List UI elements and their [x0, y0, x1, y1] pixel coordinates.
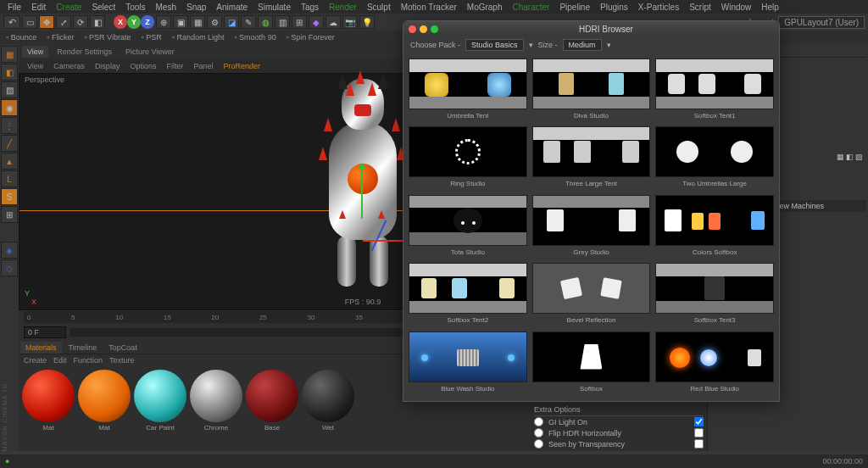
pack-dropdown[interactable]: Studio Basics	[465, 39, 524, 51]
viewopt-filter[interactable]: Filter	[163, 62, 186, 70]
render-region-icon[interactable]: ▦	[190, 15, 205, 29]
menu-mograph[interactable]: MoGraph	[463, 3, 507, 12]
hdri-thumbnail[interactable]	[409, 332, 527, 382]
snap-icon[interactable]: S	[1, 188, 18, 205]
hdri-item-two-umbrellas-large[interactable]: Two Umbrellas Large	[655, 126, 774, 189]
mattab-timeline[interactable]: Timeline	[64, 342, 103, 354]
xp2-icon[interactable]: ◇	[1, 259, 18, 276]
material-preview[interactable]	[302, 370, 354, 422]
hdri-thumbnail[interactable]	[655, 195, 774, 246]
seen-trans-check[interactable]	[694, 439, 704, 448]
preset-bounce[interactable]: ▫ Bounce	[3, 33, 39, 42]
axis-x-toggle[interactable]: X	[114, 15, 127, 29]
viewopt-display[interactable]: Display	[92, 62, 124, 70]
hdri-item-grey-studio[interactable]: Grey Studio	[532, 195, 651, 258]
menu-create[interactable]: Create	[52, 3, 86, 12]
camera-icon[interactable]: 📷	[342, 15, 358, 29]
layout-dropdown[interactable]: GPULayout7 (User)	[778, 16, 865, 29]
model-mode-icon[interactable]: ◧	[1, 64, 18, 81]
flip-hdr-radio[interactable]	[534, 428, 543, 437]
preset-smooth-90[interactable]: ▫ Smooth 90	[231, 33, 278, 42]
pen-icon[interactable]: ✎	[241, 15, 256, 29]
tab-render-settings[interactable]: Render Settings	[52, 46, 117, 58]
menu-mesh[interactable]: Mesh	[152, 3, 181, 12]
hdri-item-red-blue-studio[interactable]: Red Blue Studio	[655, 332, 774, 394]
scale-tool-icon[interactable]: ⤢	[56, 15, 71, 29]
texture-mode-icon[interactable]: ▨	[1, 81, 18, 98]
rotate-tool-icon[interactable]: ⟳	[73, 15, 88, 29]
menu-snap[interactable]: Snap	[182, 3, 210, 12]
material-preview[interactable]	[190, 370, 242, 422]
hdri-item-ring-studio[interactable]: Ring Studio	[409, 126, 527, 189]
menu-tags[interactable]: Tags	[297, 3, 323, 12]
preset-psr-vibrate[interactable]: ▫ PSR Vibrate	[81, 33, 133, 42]
mini-icon[interactable]: ▦	[837, 153, 844, 161]
mini-icon[interactable]: ◧	[846, 153, 854, 161]
material-mat[interactable]: Mat	[78, 370, 131, 432]
menu-tools[interactable]: Tools	[121, 3, 149, 12]
hdri-item-softbox-tent3[interactable]: Softbox Tent3	[655, 263, 774, 326]
hdri-thumbnail[interactable]	[655, 263, 774, 314]
render-view-icon[interactable]: ▣	[173, 15, 188, 29]
hdri-thumbnail[interactable]	[532, 126, 651, 177]
gi-light-radio[interactable]	[534, 417, 543, 426]
poly-mode-icon[interactable]: ▲	[1, 153, 18, 170]
light-icon[interactable]: 💡	[359, 15, 375, 29]
preset-psr[interactable]: ▫ PSR	[138, 33, 164, 42]
env-icon[interactable]: ☁	[326, 15, 341, 29]
axis-icon[interactable]: L	[1, 170, 18, 187]
hdri-thumbnail[interactable]	[532, 195, 651, 246]
menu-edit[interactable]: Edit	[27, 3, 50, 12]
hdri-item-bevel-reflection[interactable]: Bevel Reflection	[532, 263, 651, 326]
workplane-icon[interactable]: ⊞	[1, 206, 18, 223]
viewopt-cameras[interactable]: Cameras	[50, 62, 88, 70]
menu-character[interactable]: Character	[509, 3, 554, 12]
hdri-thumbnail[interactable]	[532, 263, 651, 314]
menu-sculpt[interactable]: Sculpt	[363, 3, 395, 12]
hdri-thumbnail[interactable]	[655, 58, 774, 109]
hdri-item-tota-studio[interactable]: Tota Studio	[409, 195, 527, 258]
hdri-item-umbrella-tent[interactable]: Umbrella Tent	[409, 58, 527, 121]
hdri-thumbnail[interactable]	[655, 332, 774, 382]
menu-window[interactable]: Window	[717, 3, 756, 12]
mini-icon[interactable]: ▨	[855, 153, 863, 161]
preset-spin-forever[interactable]: ▫ Spin Forever	[284, 33, 337, 42]
hdri-titlebar[interactable]: HDRI Browser	[403, 21, 779, 36]
hdri-thumbnail[interactable]	[409, 126, 527, 177]
menu-plugins[interactable]: Plugins	[596, 3, 632, 12]
viewopt-panel[interactable]: Panel	[190, 62, 216, 70]
make-editable-icon[interactable]: ▦	[1, 46, 18, 63]
matopt-function[interactable]: Function	[74, 356, 103, 365]
current-frame[interactable]: 0 F	[24, 326, 66, 338]
axis-z-toggle[interactable]: Z	[141, 15, 154, 29]
material-chrome[interactable]: Chrome	[190, 370, 242, 432]
material-preview[interactable]	[246, 370, 298, 422]
object-mode-icon[interactable]: ◉	[1, 99, 18, 116]
matopt-edit[interactable]: Edit	[53, 356, 67, 365]
hdri-thumbnail[interactable]	[409, 195, 527, 246]
tool-icon[interactable]: ◧	[90, 15, 105, 29]
deformer-icon[interactable]: ◆	[309, 15, 324, 29]
hdri-thumbnail[interactable]	[655, 126, 774, 177]
hdri-browser-window[interactable]: HDRI Browser Choose Pack - Studio Basics…	[403, 20, 780, 402]
hdri-item-three-large-tent[interactable]: Three Large Tent	[532, 126, 651, 189]
flip-hdr-check[interactable]	[694, 428, 704, 437]
minimize-icon[interactable]	[420, 25, 427, 33]
edge-mode-icon[interactable]: ╱	[1, 135, 18, 152]
coord-sys-icon[interactable]: ⊕	[156, 15, 171, 29]
material-preview[interactable]	[78, 370, 131, 422]
cube-icon[interactable]: ◪	[224, 15, 239, 29]
hdri-thumbnail[interactable]	[409, 263, 527, 314]
hdri-thumbnail[interactable]	[532, 332, 651, 382]
viewopt-view[interactable]: View	[24, 62, 47, 70]
menu-script[interactable]: Script	[685, 3, 715, 12]
menu-help[interactable]: Help	[757, 3, 783, 12]
gi-light-check[interactable]	[694, 417, 704, 426]
point-mode-icon[interactable]: ⋮	[1, 117, 18, 134]
menu-pipeline[interactable]: Pipeline	[555, 3, 594, 12]
hdri-item-diva-studio[interactable]: Diva Studio	[532, 58, 651, 121]
maximize-icon[interactable]	[431, 25, 438, 33]
axis-y-toggle[interactable]: Y	[127, 15, 141, 29]
live-select-icon[interactable]: ▭	[22, 15, 37, 29]
material-preview[interactable]	[134, 370, 186, 422]
